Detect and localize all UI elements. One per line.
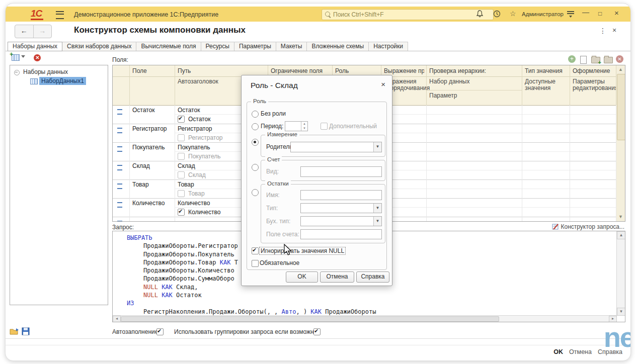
balances-radio[interactable]: [252, 189, 259, 196]
field-name-cell[interactable]: Регистратор: [132, 125, 167, 132]
add-field-icon[interactable]: +: [568, 55, 576, 63]
scroll-left-icon[interactable]: ◂: [113, 316, 121, 322]
period-spinner[interactable]: ▲▼: [301, 122, 307, 131]
tab-параметры[interactable]: Параметры: [234, 42, 276, 51]
auto-title-checkbox[interactable]: [178, 171, 185, 178]
field-name-cell[interactable]: Склад: [132, 162, 150, 169]
global-search-input[interactable]: Поиск Ctrl+Shift+F: [322, 9, 494, 20]
auto-title-checkbox[interactable]: [178, 134, 185, 141]
field-path-cell[interactable]: Количество: [178, 200, 210, 207]
tree-root-label[interactable]: Наборы данных: [23, 68, 68, 75]
dimension-radio[interactable]: [252, 139, 259, 146]
notifications-bell-icon[interactable]: [476, 10, 484, 18]
tab-макеты[interactable]: Макеты: [276, 42, 307, 51]
form-ok-button[interactable]: OK: [553, 348, 563, 355]
add-folder-icon[interactable]: [591, 57, 600, 63]
close-window-icon[interactable]: ×: [614, 9, 619, 17]
add-dataset-dropdown-icon[interactable]: [21, 55, 25, 60]
form-help-button[interactable]: Справка: [598, 348, 622, 355]
dialog-close-icon[interactable]: ×: [381, 80, 385, 88]
use-grouping-checkbox[interactable]: [313, 328, 321, 335]
additional-checkbox[interactable]: [321, 123, 328, 130]
forward-button[interactable]: →: [34, 25, 52, 38]
dialog-cancel-button[interactable]: Отмена: [320, 271, 354, 283]
hamburger-menu-icon[interactable]: [56, 11, 64, 19]
scroll-down-icon[interactable]: ▼: [617, 308, 625, 316]
period-label[interactable]: Период:: [261, 123, 283, 130]
fields-table-scrollbar[interactable]: ▲ ▼: [616, 65, 625, 221]
kind-input[interactable]: [300, 166, 382, 177]
scrollbar-thumb[interactable]: [617, 74, 625, 140]
field-name-cell[interactable]: Покупатель: [132, 144, 165, 151]
tab-вычисляемые-поля[interactable]: Вычисляемые поля: [136, 42, 201, 51]
tab-вложенные-схемы[interactable]: Вложенные схемы: [306, 42, 369, 51]
tree-item-dataset1[interactable]: НаборДанных1: [39, 77, 86, 85]
datasets-toolbar: ✕: [12, 54, 41, 63]
dialog-ok-button[interactable]: OK: [286, 271, 318, 283]
hscrollbar-thumb[interactable]: [121, 316, 499, 322]
account-radio[interactable]: [252, 164, 259, 171]
maximize-window-icon[interactable]: □: [598, 10, 602, 18]
no-role-radio[interactable]: [252, 111, 259, 118]
query-vertical-scrollbar[interactable]: ▲ ▼: [616, 231, 625, 316]
tab-настройки[interactable]: Настройки: [368, 42, 408, 51]
field-path-cell[interactable]: Регистратор: [178, 125, 212, 132]
dialog-help-button[interactable]: Справка: [356, 271, 389, 283]
field-name-cell[interactable]: Количество: [132, 200, 165, 207]
autofill-checkbox[interactable]: [156, 328, 164, 335]
save-schema-icon[interactable]: [22, 327, 30, 335]
close-form-icon[interactable]: ×: [612, 26, 616, 34]
1c-logo[interactable]: 1С: [31, 9, 43, 20]
field-kind-icon: [117, 184, 122, 189]
tab-наборы-данных[interactable]: Наборы данных: [8, 42, 62, 51]
folder-icon[interactable]: [604, 57, 613, 63]
period-number-input[interactable]: ▲▼: [285, 121, 308, 131]
field-path-cell[interactable]: Склад: [178, 162, 195, 169]
more-menu-icon[interactable]: ⋮: [599, 27, 606, 35]
ignore-null-label[interactable]: Игнорировать значения NULL: [259, 247, 346, 255]
add-dataset-icon[interactable]: [12, 54, 20, 61]
delete-dataset-icon[interactable]: ✕: [34, 54, 41, 61]
tree-collapse-icon[interactable]: [14, 70, 20, 75]
field-path-cell[interactable]: Товар: [178, 181, 194, 188]
navigation-buttons: ← →: [15, 25, 52, 38]
auto-title-checkbox[interactable]: [178, 153, 185, 160]
required-checkbox[interactable]: [252, 260, 259, 267]
accounting-type-combobox[interactable]: ▼: [300, 216, 382, 226]
favorites-star-icon[interactable]: ☆: [510, 10, 516, 18]
open-schema-icon[interactable]: [10, 328, 19, 335]
field-path-cell[interactable]: Остаток: [178, 107, 200, 114]
auto-title-checkbox[interactable]: [178, 190, 185, 197]
field-path-cell[interactable]: Покупатель: [178, 144, 210, 151]
auto-title-label: Товар: [188, 190, 205, 197]
auto-title-checkbox[interactable]: [178, 209, 185, 216]
field-kind-icon: [117, 146, 122, 152]
copy-field-icon[interactable]: [580, 56, 587, 64]
tab-связи-наборов-данных[interactable]: Связи наборов данных: [62, 42, 136, 51]
service-menu-icon[interactable]: [567, 11, 574, 16]
minimize-window-icon[interactable]: —: [582, 8, 589, 16]
accounting-type-dropdown-icon[interactable]: ▼: [373, 217, 381, 226]
parent-dropdown-icon[interactable]: ▼: [373, 142, 381, 152]
history-clock-icon[interactable]: [493, 10, 501, 18]
type-dropdown-icon[interactable]: ▼: [373, 204, 381, 213]
query-constructor-link[interactable]: Конструктор запроса...: [552, 223, 624, 230]
form-cancel-button[interactable]: Отмена: [569, 348, 592, 355]
field-name-cell[interactable]: Остаток: [132, 107, 154, 114]
ignore-null-checkbox[interactable]: [252, 247, 259, 254]
no-role-label[interactable]: Без роли: [261, 110, 286, 117]
tab-ресурсы[interactable]: Ресурсы: [201, 42, 234, 51]
required-label[interactable]: Обязательное: [260, 259, 299, 266]
field-name-cell[interactable]: Товар: [132, 181, 149, 188]
parent-combobox[interactable]: ▼: [290, 142, 382, 152]
period-radio[interactable]: [252, 123, 259, 130]
scroll-up-icon[interactable]: ▲: [617, 231, 625, 239]
query-horizontal-scrollbar[interactable]: ◂ ▸: [113, 315, 617, 322]
auto-title-checkbox[interactable]: [178, 116, 185, 123]
current-user-label[interactable]: Администратор: [522, 11, 564, 17]
account-field-input[interactable]: [300, 229, 382, 239]
type-combobox[interactable]: ▼: [300, 203, 382, 213]
back-button[interactable]: ←: [15, 25, 34, 38]
name-input[interactable]: [300, 190, 382, 200]
delete-field-icon[interactable]: ✕: [616, 55, 623, 63]
